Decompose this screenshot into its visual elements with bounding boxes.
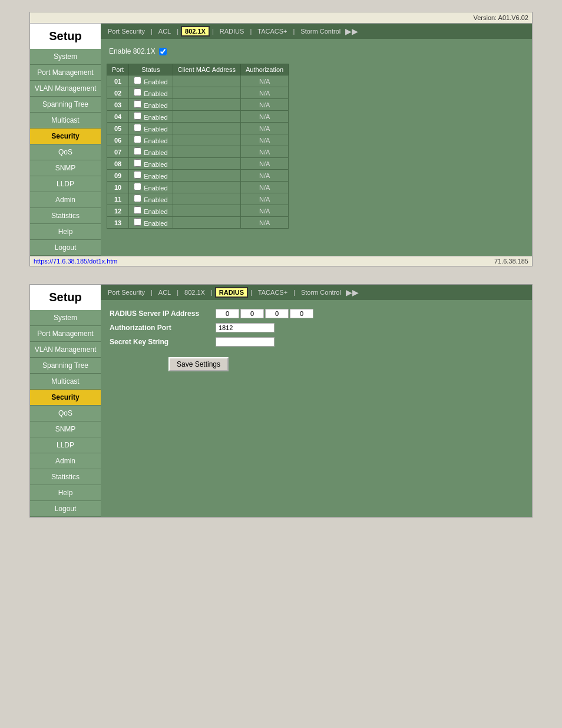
tab-sep-1: | xyxy=(151,28,153,35)
sidebar-item-2-admin[interactable]: Admin xyxy=(30,453,101,469)
port-checkbox-07[interactable] xyxy=(134,147,141,155)
tab2-sep-4: | xyxy=(250,289,252,296)
port-auth-03: N/A xyxy=(241,99,289,111)
port-mac-06 xyxy=(173,134,240,146)
port-checkbox-02[interactable] xyxy=(134,88,141,96)
port-num-02: 02 xyxy=(107,87,129,99)
tab2-tacacs+[interactable]: TACACS+ xyxy=(254,288,291,297)
tab2-storm-control[interactable]: Storm Control xyxy=(297,288,345,297)
sidebar-item-snmp[interactable]: SNMP xyxy=(30,160,101,176)
browser-window-1: Version: A01.V6.02 Setup SystemPort Mana… xyxy=(29,12,533,266)
port-auth-06: N/A xyxy=(241,134,289,146)
sidebar-item-qos[interactable]: QoS xyxy=(30,144,101,160)
sidebar-item-help[interactable]: Help xyxy=(30,224,101,240)
port-auth-04: N/A xyxy=(241,111,289,123)
port-num-03: 03 xyxy=(107,99,129,111)
sidebar-item-statistics[interactable]: Statistics xyxy=(30,208,101,224)
port-status-label-09: Enabled xyxy=(144,173,167,180)
port-checkbox-10[interactable] xyxy=(134,183,141,190)
sidebar-item-2-security[interactable]: Security xyxy=(30,390,101,406)
browser-window-2: Setup SystemPort ManagementVLAN Manageme… xyxy=(29,284,533,518)
sidebar-item-security[interactable]: Security xyxy=(30,129,101,144)
sidebar-item-system[interactable]: System xyxy=(30,49,101,65)
tab2-acl[interactable]: ACL xyxy=(155,288,174,297)
save-row: Save Settings xyxy=(110,351,523,371)
sidebar-item-spanning-tree[interactable]: Spanning Tree xyxy=(30,97,101,113)
sidebar-item-admin[interactable]: Admin xyxy=(30,192,101,208)
sidebar-item-logout[interactable]: Logout xyxy=(30,240,101,256)
port-checkbox-13[interactable] xyxy=(134,218,141,226)
table-row: 06EnabledN/A xyxy=(107,134,289,146)
port-checkbox-08[interactable] xyxy=(134,159,141,167)
port-status-01: Enabled xyxy=(129,75,173,87)
auth-port-input[interactable] xyxy=(216,323,275,332)
port-checkbox-09[interactable] xyxy=(134,171,141,179)
tab-port-security[interactable]: Port Security xyxy=(104,27,148,36)
url-display-1: https://71.6.38.185/dot1x.htm xyxy=(34,258,117,265)
sidebar-item-2-spanning-tree[interactable]: Spanning Tree xyxy=(30,358,101,374)
port-auth-09: N/A xyxy=(241,170,289,182)
port-num-05: 05 xyxy=(107,123,129,134)
tab2-sep-2: | xyxy=(177,289,178,296)
sidebar-item-2-vlan-management[interactable]: VLAN Management xyxy=(30,342,101,358)
sidebar-item-port-management[interactable]: Port Management xyxy=(30,65,101,81)
port-num-07: 07 xyxy=(107,146,129,158)
port-mac-11 xyxy=(173,193,240,205)
port-checkbox-03[interactable] xyxy=(134,100,141,108)
port-checkbox-06[interactable] xyxy=(134,136,141,143)
sidebar-item-lldp[interactable]: LLDP xyxy=(30,176,101,192)
sidebar-item-2-snmp[interactable]: SNMP xyxy=(30,421,101,437)
content-area-1: Enable 802.1X Port Status Client MAC Add… xyxy=(101,39,532,235)
sidebar-item-2-statistics[interactable]: Statistics xyxy=(30,469,101,485)
sidebar-item-multicast[interactable]: Multicast xyxy=(30,113,101,129)
sidebar-item-2-multicast[interactable]: Multicast xyxy=(30,374,101,390)
table-row: 13EnabledN/A xyxy=(107,217,289,229)
table-row: 02EnabledN/A xyxy=(107,87,289,99)
ip-octet-4[interactable] xyxy=(290,309,313,318)
sidebar-item-2-qos[interactable]: QoS xyxy=(30,406,101,421)
col-client-mac: Client MAC Address xyxy=(173,64,240,75)
port-checkbox-05[interactable] xyxy=(134,124,141,131)
sidebar-item-2-lldp[interactable]: LLDP xyxy=(30,437,101,453)
sidebar-item-2-port-management[interactable]: Port Management xyxy=(30,326,101,342)
port-checkbox-11[interactable] xyxy=(134,195,141,202)
sidebar-item-2-help[interactable]: Help xyxy=(30,485,101,501)
tab-tacacs+[interactable]: TACACS+ xyxy=(254,27,290,36)
tab2-radius[interactable]: RADIUS xyxy=(215,287,248,298)
sidebar-item-2-logout[interactable]: Logout xyxy=(30,501,101,517)
port-status-label-06: Enabled xyxy=(144,137,167,144)
port-num-04: 04 xyxy=(107,111,129,123)
port-auth-05: N/A xyxy=(241,123,289,134)
sidebar-item-2-system[interactable]: System xyxy=(30,310,101,326)
secret-key-input[interactable] xyxy=(216,337,275,347)
port-status-03: Enabled xyxy=(129,99,173,111)
tab2-802-1x[interactable]: 802.1X xyxy=(181,288,209,297)
enable-802x-checkbox[interactable] xyxy=(159,48,167,55)
radius-server-label: RADIUS Server IP Address xyxy=(110,309,216,318)
ip-octet-2[interactable] xyxy=(240,309,264,318)
ip-display-1: 71.6.38.185 xyxy=(494,258,528,265)
secret-key-label: Secret Key String xyxy=(110,338,216,346)
radius-content: RADIUS Server IP Address Authorization P… xyxy=(101,300,532,380)
ip-octet-1[interactable] xyxy=(216,309,239,318)
port-status-label-05: Enabled xyxy=(144,126,167,133)
port-checkbox-04[interactable] xyxy=(134,112,141,120)
port-status-label-01: Enabled xyxy=(144,78,167,85)
tab-arrow-2[interactable]: ▶▶ xyxy=(346,288,359,297)
ip-octet-3[interactable] xyxy=(265,309,289,318)
tab-storm-control[interactable]: Storm Control xyxy=(297,27,344,36)
port-status-05: Enabled xyxy=(129,123,173,134)
port-checkbox-12[interactable] xyxy=(134,206,141,214)
app-container-2: Setup SystemPort ManagementVLAN Manageme… xyxy=(30,285,532,517)
app-container-1: Setup SystemPort ManagementVLAN Manageme… xyxy=(30,24,532,256)
tab-arrow-1[interactable]: ▶▶ xyxy=(345,27,358,36)
table-row: 01EnabledN/A xyxy=(107,75,289,87)
save-settings-button[interactable]: Save Settings xyxy=(168,357,229,371)
tab-radius[interactable]: RADIUS xyxy=(216,27,248,36)
tab-acl[interactable]: ACL xyxy=(155,27,174,36)
sidebar-item-vlan-management[interactable]: VLAN Management xyxy=(30,81,101,97)
port-checkbox-01[interactable] xyxy=(134,77,141,84)
tab-802-1x[interactable]: 802.1X xyxy=(181,26,210,37)
port-auth-02: N/A xyxy=(241,87,289,99)
tab2-port-security[interactable]: Port Security xyxy=(104,288,148,297)
